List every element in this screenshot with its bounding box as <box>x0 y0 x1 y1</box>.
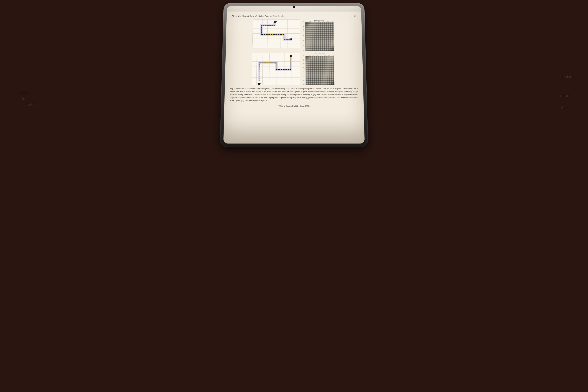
bg-keyboard-key: delete <box>562 74 574 79</box>
bg-keyboard-key: fn <box>22 96 25 101</box>
svg-point-89 <box>290 58 291 59</box>
svg-point-72 <box>266 62 267 63</box>
svg-point-32 <box>268 34 268 35</box>
svg-point-24 <box>264 25 265 26</box>
svg-point-87 <box>290 62 291 64</box>
table-title-text: System Usability Scale (SUS) <box>286 105 310 107</box>
svg-point-75 <box>273 62 274 63</box>
figure-caption-text: Examples of successful backtracking tria… <box>230 88 358 102</box>
svg-point-86 <box>290 65 291 66</box>
map-panel-bottom <box>252 53 300 85</box>
svg-point-38 <box>282 34 282 35</box>
svg-point-33 <box>270 34 271 35</box>
camera-notch <box>293 6 295 8</box>
bg-keyboard-key: control <box>25 102 37 107</box>
svg-point-67 <box>259 67 260 68</box>
svg-line-52 <box>269 53 270 85</box>
svg-point-37 <box>280 34 280 35</box>
svg-point-28 <box>261 31 262 32</box>
matrix-x-label: return sample index <box>303 53 336 54</box>
svg-point-81 <box>282 69 283 70</box>
svg-point-63 <box>259 76 260 76</box>
svg-point-20 <box>273 25 274 26</box>
svg-point-74 <box>270 62 272 63</box>
svg-point-77 <box>276 65 276 66</box>
svg-point-65 <box>259 72 260 72</box>
svg-point-39 <box>284 36 284 36</box>
matrix-left-ticks: 100200 300400 500600 700800 <box>303 54 304 85</box>
svg-point-36 <box>277 34 278 35</box>
figure-label: Fig. 9. <box>230 88 235 90</box>
svg-point-62 <box>259 78 260 79</box>
bg-keyboard-key: return <box>560 93 570 98</box>
svg-point-41 <box>285 39 286 40</box>
matrix-top-ticks: 0100 200300 400500 600 <box>306 21 334 22</box>
svg-point-71 <box>263 62 264 63</box>
svg-point-26 <box>261 26 262 27</box>
figure-caption: Fig. 9. Examples of successful backtrack… <box>230 88 358 102</box>
document-page[interactable]: All the Way There & Back: Wayfinding App… <box>224 11 364 109</box>
discrepancy-matrix-image <box>306 22 334 51</box>
svg-point-80 <box>280 69 281 70</box>
bg-keyboard-key: shift <box>560 105 568 110</box>
page-number: 23 <box>354 15 356 17</box>
svg-line-5 <box>257 20 258 48</box>
svg-point-73 <box>268 62 269 63</box>
matrix-panel-top: return sample index way-in sample index … <box>303 20 336 51</box>
svg-point-19 <box>274 24 275 24</box>
discrepancy-matrix-image <box>306 56 334 85</box>
matrix-panel-bottom: return sample index way-in sample index … <box>303 53 336 85</box>
star-icon <box>257 82 261 85</box>
svg-point-25 <box>262 25 263 26</box>
svg-point-34 <box>272 34 273 35</box>
matrix-top-ticks: 0100 200300 400500 600700 <box>306 54 334 56</box>
svg-point-68 <box>259 65 260 66</box>
running-title: All the Way There & Back: Wayfinding App… <box>232 15 286 17</box>
svg-point-82 <box>284 69 286 70</box>
svg-point-30 <box>263 34 264 35</box>
svg-point-31 <box>265 34 266 35</box>
svg-point-83 <box>287 69 288 70</box>
svg-point-29 <box>261 33 262 34</box>
svg-line-51 <box>262 53 263 85</box>
map-panel-top <box>252 20 300 48</box>
matrix-x-label: return sample index <box>303 20 335 21</box>
svg-point-42 <box>288 39 288 40</box>
svg-point-66 <box>259 69 260 70</box>
svg-point-76 <box>275 63 276 64</box>
svg-point-70 <box>261 62 262 63</box>
svg-line-50 <box>256 53 257 85</box>
table-label: Table 4. <box>278 105 285 107</box>
tablet-frame: All the Way There & Back: Wayfinding App… <box>220 3 368 147</box>
svg-point-88 <box>290 60 291 62</box>
tablet-screen[interactable]: All the Way There & Back: Wayfinding App… <box>223 6 365 144</box>
svg-point-23 <box>266 25 267 26</box>
svg-point-35 <box>274 34 276 35</box>
svg-point-85 <box>290 67 291 68</box>
svg-point-78 <box>276 68 276 68</box>
bg-keyboard-key: shift <box>20 90 28 95</box>
figure-9: return sample index way-in sample index … <box>246 20 342 85</box>
svg-point-21 <box>271 25 272 26</box>
svg-point-22 <box>268 25 270 26</box>
endpoint-square-icon <box>290 38 292 40</box>
matrix-left-ticks: 100200 300400 500600 700 <box>302 21 304 51</box>
svg-point-61 <box>259 80 260 81</box>
endpoint-square-icon <box>290 55 292 57</box>
svg-point-84 <box>289 69 290 70</box>
svg-point-64 <box>259 74 260 74</box>
svg-point-69 <box>259 63 260 64</box>
running-header: All the Way There & Back: Wayfinding App… <box>232 15 356 17</box>
svg-point-40 <box>284 37 284 38</box>
svg-point-27 <box>261 28 262 29</box>
svg-point-79 <box>277 69 278 70</box>
table-4-heading: Table 4. System Usability Scale (SUS) <box>230 105 358 107</box>
